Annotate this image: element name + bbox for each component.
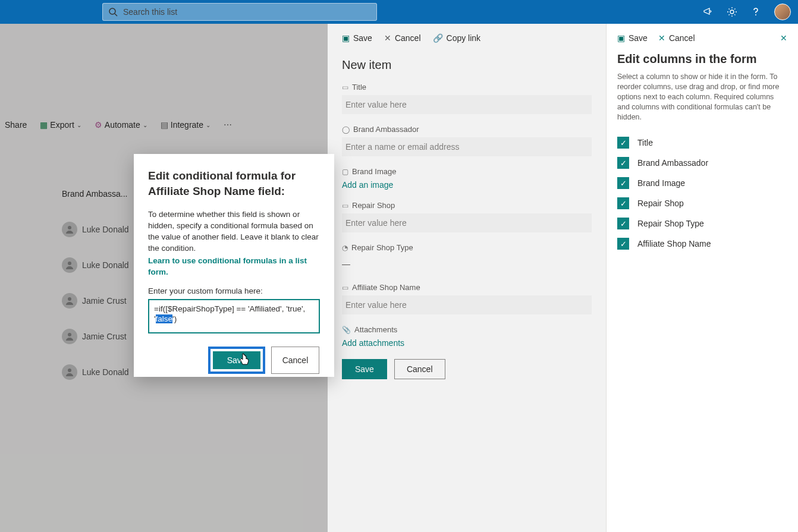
integrate-icon: ▤: [161, 120, 168, 130]
more-button[interactable]: ⋯: [224, 120, 232, 130]
chevron-down-icon: ⌄: [206, 122, 211, 128]
copy-link-button[interactable]: 🔗 Copy link: [433, 33, 481, 43]
text-icon: ▭: [342, 284, 348, 292]
affiliate-input[interactable]: [342, 295, 592, 314]
checkbox-checked-icon[interactable]: ✓: [617, 197, 629, 209]
save-icon: ▣: [342, 33, 350, 43]
checkbox-checked-icon[interactable]: ✓: [617, 238, 629, 250]
tutorial-highlight: Save: [208, 347, 265, 374]
cols-panel-desc: Select a column to show or hide it in th…: [617, 72, 787, 122]
column-toggle-row[interactable]: ✓Brand Ambassador: [617, 153, 787, 173]
formula-textarea[interactable]: =if([$RepairShopType] == 'Affiliated', '…: [148, 299, 320, 333]
link-icon: 🔗: [433, 33, 443, 43]
field-label-title: Title: [352, 83, 366, 92]
field-label-image: Brand Image: [352, 167, 396, 176]
field-label-attach: Attachments: [354, 325, 397, 334]
share-button[interactable]: Share: [5, 120, 27, 130]
text-icon: ▭: [342, 202, 348, 210]
automate-icon: ⚙: [95, 120, 102, 130]
svg-point-6: [68, 297, 71, 301]
svg-point-3: [755, 14, 756, 15]
save-icon: ▣: [617, 33, 625, 43]
cols-save-button[interactable]: ▣ Save: [617, 33, 648, 43]
modal-description: To determine whether this field is shown…: [148, 209, 320, 254]
column-toggle-row[interactable]: ✓Repair Shop: [617, 193, 787, 213]
column-name: Affiliate Shop Name: [637, 239, 711, 248]
person-icon: [62, 257, 77, 273]
svg-point-7: [68, 333, 71, 336]
checkbox-checked-icon[interactable]: ✓: [617, 137, 629, 149]
svg-line-1: [115, 14, 117, 16]
text-icon: ▭: [342, 83, 348, 92]
attachment-icon: 📎: [342, 326, 351, 334]
field-label-type: Repair Shop Type: [351, 243, 413, 252]
megaphone-icon[interactable]: [703, 7, 714, 17]
field-label-ambassador: Brand Ambassador: [353, 125, 419, 134]
ambassador-input[interactable]: [342, 137, 592, 156]
learn-more-link[interactable]: Learn to use conditional formulas in a l…: [148, 256, 320, 278]
modal-cancel-button[interactable]: Cancel: [271, 347, 320, 374]
form-save-button[interactable]: ▣ Save: [342, 33, 372, 43]
repair-shop-type-value[interactable]: —: [342, 256, 592, 272]
topbar-actions: [703, 4, 791, 20]
image-icon: ▢: [342, 168, 348, 176]
person-icon: [62, 293, 77, 309]
column-toggle-row[interactable]: ✓Affiliate Shop Name: [617, 234, 787, 254]
panel-close-icon[interactable]: ✕: [780, 33, 787, 43]
close-icon: ✕: [384, 33, 391, 43]
form-cancel-button[interactable]: ✕ Cancel: [384, 33, 421, 43]
list-item-name: Luke Donald: [82, 367, 129, 377]
form-title: New item: [342, 58, 592, 72]
svg-point-8: [68, 369, 71, 372]
gear-icon[interactable]: [727, 7, 737, 17]
svg-point-0: [109, 8, 115, 14]
checkbox-checked-icon[interactable]: ✓: [617, 218, 629, 229]
add-attachments-link[interactable]: Add attachments: [342, 338, 404, 348]
list-item-name: Jamie Crust: [82, 296, 127, 306]
form-toolbar: ▣ Save ✕ Cancel 🔗 Copy link: [342, 33, 592, 43]
column-name: Repair Shop Type: [637, 219, 704, 228]
avatar[interactable]: [774, 4, 791, 20]
column-toggle-row[interactable]: ✓Repair Shop Type: [617, 213, 787, 234]
cols-cancel-button[interactable]: ✕ Cancel: [658, 33, 695, 43]
search-icon: [108, 7, 118, 17]
person-icon: [62, 329, 77, 344]
checkbox-checked-icon[interactable]: ✓: [617, 177, 629, 189]
automate-button[interactable]: ⚙ Automate ⌄: [95, 120, 147, 130]
column-name: Brand Ambassador: [637, 158, 708, 168]
close-icon: ✕: [658, 33, 665, 43]
column-name: Repair Shop: [637, 199, 684, 208]
conditional-formula-dialog: Edit conditional formula for Affiliate S…: [134, 154, 334, 377]
excel-icon: ▦: [40, 120, 48, 130]
column-toggle-row[interactable]: ✓Brand Image: [617, 173, 787, 193]
help-icon[interactable]: [750, 7, 761, 17]
person-icon: [62, 222, 77, 237]
command-bar: Share ▦ Export ⌄ ⚙ Automate ⌄ ▤ Integrat…: [0, 113, 328, 137]
svg-point-5: [68, 262, 71, 265]
form-save-button-bottom[interactable]: Save: [342, 359, 387, 379]
export-button[interactable]: ▦ Export ⌄: [40, 120, 81, 130]
modal-save-button[interactable]: Save: [213, 351, 260, 369]
edit-columns-panel: ▣ Save ✕ Cancel ✕ Edit columns in the fo…: [606, 24, 798, 532]
choice-icon: ◔: [342, 244, 348, 252]
list-item-name: Luke Donald: [82, 225, 129, 234]
checkbox-checked-icon[interactable]: ✓: [617, 157, 629, 169]
svg-point-2: [730, 10, 734, 14]
svg-point-4: [68, 226, 71, 229]
field-label-shop: Repair Shop: [352, 201, 395, 210]
column-name: Title: [637, 138, 653, 147]
new-item-panel: ▣ Save ✕ Cancel 🔗 Copy link New item ▭Ti…: [328, 24, 606, 532]
search-wrap: [102, 3, 377, 21]
chevron-down-icon: ⌄: [143, 122, 147, 128]
field-label-affiliate: Affiliate Shop Name: [352, 283, 420, 292]
suite-header: [0, 0, 798, 24]
title-input[interactable]: [342, 95, 592, 114]
integrate-button[interactable]: ▤ Integrate ⌄: [161, 120, 211, 130]
repair-shop-input[interactable]: [342, 213, 592, 232]
column-toggle-row[interactable]: ✓Title: [617, 133, 787, 153]
form-cancel-button-bottom[interactable]: Cancel: [394, 359, 445, 379]
chevron-down-icon: ⌄: [77, 122, 81, 128]
search-input[interactable]: [102, 3, 377, 21]
add-image-link[interactable]: Add an image: [342, 180, 393, 190]
person-icon: [62, 364, 77, 380]
